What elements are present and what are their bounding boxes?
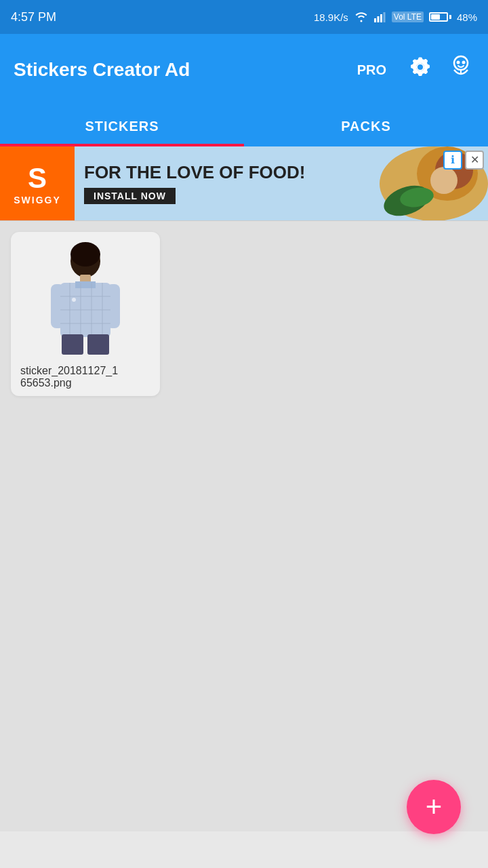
battery-percent: 48% (457, 12, 477, 23)
status-time: 4:57 PM (11, 10, 56, 24)
svg-point-6 (462, 61, 466, 64)
settings-icon[interactable] (408, 55, 432, 85)
svg-point-15 (70, 242, 100, 267)
ad-info-button[interactable]: ℹ (443, 151, 462, 170)
svg-point-11 (430, 167, 458, 194)
app-header: Stickers Creator Ad PRO (0, 34, 488, 106)
svg-rect-29 (87, 334, 109, 355)
ad-content: FOR THE LOVE OF FOOD! INSTALL NOW ℹ ✕ (75, 146, 488, 221)
pro-badge: PRO (357, 62, 386, 78)
ad-cta-button[interactable]: INSTALL NOW (84, 188, 176, 204)
svg-rect-3 (383, 12, 385, 22)
content-area: sticker_20181127_1 65653.png (0, 221, 488, 831)
svg-rect-28 (62, 334, 83, 355)
svg-rect-2 (380, 14, 382, 22)
status-icons: 18.9K/s Vol LTE 48% (314, 12, 477, 23)
svg-rect-18 (75, 281, 96, 288)
ad-headline: FOR THE LOVE OF FOOD! (84, 163, 342, 182)
fab-add-button[interactable]: + (407, 780, 461, 834)
svg-rect-19 (51, 284, 64, 328)
svg-rect-1 (377, 16, 379, 22)
network-speed: 18.9K/s (314, 12, 348, 23)
ad-logo: S SWIGGY (0, 146, 75, 221)
sticker-person-svg (41, 242, 129, 357)
sticker-grid: sticker_20181127_1 65653.png (11, 232, 477, 396)
signal-icon (374, 12, 386, 22)
ad-banner[interactable]: S SWIGGY FOR THE LOVE OF FOOD! INSTALL N… (0, 146, 488, 221)
svg-point-5 (457, 61, 460, 64)
sticker-card[interactable]: sticker_20181127_1 65653.png (11, 232, 160, 396)
svg-rect-20 (106, 284, 120, 328)
svg-rect-0 (374, 18, 376, 22)
sticker-filename: sticker_20181127_1 65653.png (18, 365, 153, 389)
tab-bar: STICKERS PACKS (0, 106, 488, 146)
status-bar: 4:57 PM 18.9K/s Vol LTE 48% (0, 0, 488, 34)
profile-icon[interactable] (447, 54, 474, 86)
tab-packs[interactable]: PACKS (244, 106, 488, 146)
svg-point-30 (72, 298, 76, 302)
app-title: Stickers Creator Ad (14, 59, 349, 81)
tab-stickers[interactable]: STICKERS (0, 106, 244, 146)
wifi-icon (354, 12, 369, 22)
sticker-image (18, 239, 153, 361)
battery-indicator (429, 12, 451, 22)
ad-close-button[interactable]: ✕ (465, 151, 484, 170)
fab-plus-icon: + (426, 793, 443, 821)
volte-badge: Vol LTE (392, 12, 424, 22)
